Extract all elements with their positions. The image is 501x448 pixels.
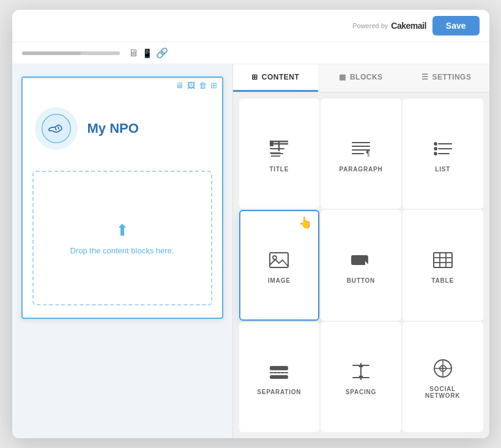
content-grid: T TITLE: [233, 92, 489, 438]
app-window: Powered by Cakemail Save 🖥 📱 🔗 🖥 🖼 🗑: [12, 10, 489, 438]
link-icon[interactable]: 🔗: [156, 47, 168, 59]
image-content-icon: [268, 249, 290, 271]
email-org-name: My NPO: [87, 121, 139, 136]
image-label: IMAGE: [268, 277, 291, 284]
save-button[interactable]: Save: [432, 16, 480, 35]
cakemail-logo: Cakemail: [391, 21, 426, 31]
tab-blocks[interactable]: ▦ BLOCKS: [318, 64, 404, 92]
title-icon: T: [268, 138, 290, 160]
tab-content[interactable]: ⊞ CONTENT: [233, 64, 319, 92]
content-item-title[interactable]: T TITLE: [239, 99, 320, 209]
main-area: 🖥 🖼 🗑 ⊞: [12, 64, 489, 438]
svg-rect-31: [270, 376, 288, 378]
editor-canvas: 🖥 🖼 🗑 ⊞: [12, 64, 232, 438]
separation-label: SEPARATION: [257, 389, 301, 395]
cursor-hand-icon: 👆: [299, 216, 312, 230]
svg-rect-29: [270, 367, 288, 370]
table-icon: [432, 249, 454, 271]
svg-rect-21: [270, 253, 288, 267]
block-toolbar: 🖥 🖼 🗑 ⊞: [23, 78, 222, 92]
spacing-icon: [350, 360, 372, 383]
list-label: LIST: [435, 166, 450, 173]
progress-fill: [22, 51, 81, 55]
tab-settings[interactable]: ☰ SETTINGS: [404, 64, 489, 92]
content-item-button[interactable]: BUTTON: [321, 210, 401, 320]
social-network-icon: +: [432, 357, 454, 379]
settings-tab-label: SETTINGS: [432, 73, 471, 81]
paragraph-label: PARAGRAPH: [340, 166, 383, 173]
separation-icon: [268, 360, 290, 383]
content-tab-label: CONTENT: [262, 73, 300, 81]
tablet-icon[interactable]: 📱: [142, 48, 152, 58]
email-drop-zone[interactable]: ⬆ Drop the content blocks here.: [32, 171, 212, 305]
logo-svg: [41, 113, 72, 144]
button-icon: [350, 249, 372, 271]
table-label: TABLE: [431, 277, 454, 284]
toolbar-row: 🖥 📱 🔗: [12, 42, 489, 64]
svg-point-0: [42, 114, 70, 143]
powered-by-label: Powered by: [352, 22, 388, 29]
content-tab-icon: ⊞: [251, 73, 258, 81]
list-icon: [432, 138, 454, 160]
device-icons: 🖥 📱 🔗: [128, 47, 168, 59]
top-bar: Powered by Cakemail Save: [12, 10, 489, 42]
svg-text:¶: ¶: [366, 149, 369, 157]
progress-bar: [22, 51, 120, 55]
spacing-label: SPACING: [346, 389, 376, 395]
svg-point-19: [434, 152, 437, 155]
paragraph-icon: ¶: [350, 138, 372, 160]
monitor-icon[interactable]: 🖥: [176, 81, 184, 90]
powered-by: Powered by Cakemail: [352, 21, 426, 31]
email-preview: 🖥 🖼 🗑 ⊞: [21, 77, 223, 319]
content-item-image[interactable]: 👆 IMAGE: [239, 210, 320, 320]
right-panel: ⊞ CONTENT ▦ BLOCKS ☰ SETTINGS: [232, 64, 489, 438]
svg-point-15: [434, 143, 437, 145]
svg-rect-24: [434, 253, 452, 267]
button-label: BUTTON: [347, 277, 375, 284]
drop-arrow-icon: ⬆: [116, 221, 129, 240]
settings-tab-icon: ☰: [421, 73, 429, 81]
svg-point-22: [273, 256, 276, 259]
email-logo: [35, 107, 78, 150]
title-label: TITLE: [269, 166, 289, 173]
content-item-paragraph[interactable]: ¶ PARAGRAPH: [321, 99, 401, 209]
content-item-social-network[interactable]: + SOCIAL NETWORK: [403, 322, 483, 432]
social-network-label: SOCIAL NETWORK: [425, 386, 460, 399]
svg-point-17: [434, 147, 437, 150]
blocks-tab-label: BLOCKS: [350, 73, 383, 81]
svg-text:+: +: [440, 363, 445, 373]
content-item-list[interactable]: LIST: [403, 99, 483, 209]
drop-zone-text: Drop the content blocks here.: [70, 246, 174, 255]
email-header: My NPO: [23, 92, 222, 165]
desktop-icon[interactable]: 🖥: [128, 48, 138, 59]
blocks-tab-icon: ▦: [339, 73, 346, 81]
trash-icon[interactable]: 🗑: [199, 81, 207, 90]
content-item-separation[interactable]: SEPARATION: [239, 322, 320, 432]
image-icon[interactable]: 🖼: [187, 81, 195, 90]
content-item-spacing[interactable]: SPACING: [321, 322, 401, 432]
content-item-table[interactable]: TABLE: [403, 210, 483, 320]
panel-tabs: ⊞ CONTENT ▦ BLOCKS ☰ SETTINGS: [233, 64, 489, 92]
grid2-icon[interactable]: ⊞: [210, 81, 217, 90]
